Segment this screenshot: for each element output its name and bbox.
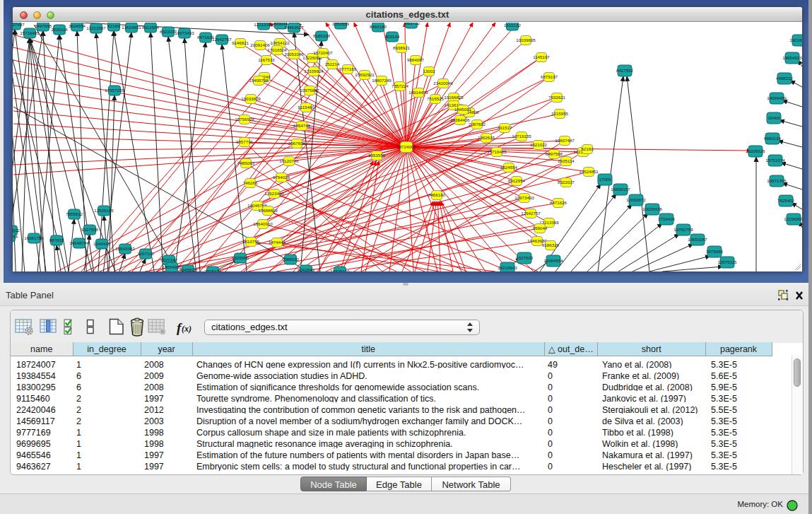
svg-text:7485063: 7485063 — [237, 160, 255, 165]
svg-text:8471626: 8471626 — [550, 200, 567, 205]
svg-text:16033809: 16033809 — [241, 96, 261, 101]
svg-text:8938921: 8938921 — [393, 45, 411, 50]
svg-text:18807249: 18807249 — [372, 78, 392, 83]
svg-text:18724007: 18724007 — [396, 144, 416, 149]
svg-text:1244415: 1244415 — [93, 241, 111, 246]
svg-text:4498222: 4498222 — [776, 76, 794, 81]
svg-text:9794028: 9794028 — [273, 175, 290, 180]
svg-text:18640910: 18640910 — [253, 221, 273, 226]
svg-text:10973493: 10973493 — [175, 30, 194, 35]
svg-text:13325419: 13325419 — [330, 269, 350, 271]
svg-text:10975867: 10975867 — [300, 88, 319, 93]
svg-text:13524851: 13524851 — [579, 169, 599, 174]
svg-text:16210643: 16210643 — [498, 265, 517, 270]
svg-text:19218506: 19218506 — [789, 37, 802, 42]
svg-text:252214: 252214 — [325, 62, 340, 66]
svg-text:9474444: 9474444 — [269, 240, 286, 245]
svg-text:6497568: 6497568 — [35, 23, 52, 28]
svg-text:8322037: 8322037 — [558, 180, 575, 185]
svg-text:10688609: 10688609 — [258, 208, 278, 213]
svg-text:1588520: 1588520 — [282, 257, 300, 262]
svg-text:8186328: 8186328 — [313, 33, 331, 38]
svg-text:7515525: 7515525 — [427, 96, 445, 101]
svg-text:3875685: 3875685 — [706, 249, 724, 254]
svg-text:16782759: 16782759 — [673, 227, 693, 232]
svg-text:1362615: 1362615 — [478, 135, 495, 140]
svg-text:10756928: 10756928 — [235, 117, 254, 122]
svg-text:12213369: 12213369 — [254, 23, 273, 27]
svg-text:3624554: 3624554 — [69, 23, 86, 28]
svg-text:23420046: 23420046 — [433, 81, 453, 86]
svg-text:10025438: 10025438 — [642, 206, 662, 211]
svg-text:10719155: 10719155 — [512, 134, 531, 139]
svg-text:7357224: 7357224 — [392, 83, 409, 88]
svg-text:9857791: 9857791 — [236, 139, 254, 144]
svg-text:15716485: 15716485 — [20, 30, 40, 35]
svg-text:12942757: 12942757 — [212, 37, 232, 42]
svg-text:1615132: 1615132 — [504, 23, 522, 28]
svg-text:15692921: 15692921 — [355, 72, 375, 77]
svg-text:19654923: 19654923 — [782, 55, 802, 60]
svg-text:803144: 803144 — [385, 34, 400, 39]
svg-text:10653287: 10653287 — [688, 237, 707, 242]
svg-text:7632621: 7632621 — [548, 95, 566, 100]
svg-text:16961758: 16961758 — [24, 235, 44, 240]
svg-text:62160: 62160 — [581, 146, 594, 151]
svg-text:9146821: 9146821 — [232, 40, 249, 45]
svg-text:9115460: 9115460 — [298, 105, 314, 110]
svg-text:17957255: 17957255 — [105, 88, 124, 93]
svg-text:8186328: 8186328 — [542, 243, 560, 247]
svg-text:10971355: 10971355 — [767, 178, 787, 183]
svg-text:887833: 887833 — [49, 238, 64, 243]
svg-text:7625402: 7625402 — [777, 198, 795, 203]
svg-text:6879197: 6879197 — [541, 74, 558, 79]
svg-text:1167533: 1167533 — [258, 57, 275, 62]
svg-text:1733426: 1733426 — [658, 216, 676, 221]
svg-text:899044: 899044 — [533, 226, 548, 230]
svg-text:8466160: 8466160 — [370, 24, 387, 29]
svg-text:19384554: 19384554 — [543, 258, 563, 263]
svg-text:2967608: 2967608 — [288, 141, 306, 146]
svg-text:9777169: 9777169 — [339, 66, 357, 71]
svg-text:12942757: 12942757 — [521, 211, 541, 216]
svg-text:62160: 62160 — [107, 23, 120, 28]
svg-text:15716485: 15716485 — [487, 149, 507, 154]
svg-text:13002: 13002 — [423, 69, 435, 74]
svg-text:8813054: 8813054 — [13, 234, 18, 239]
svg-text:20206526: 20206526 — [746, 148, 765, 153]
svg-text:3215955: 3215955 — [551, 111, 569, 116]
svg-text:12923446: 12923446 — [264, 191, 284, 196]
svg-text:12213967: 12213967 — [86, 25, 106, 30]
svg-text:16409: 16409 — [767, 115, 780, 120]
svg-text:15495798: 15495798 — [249, 78, 269, 83]
svg-text:6497568: 6497568 — [546, 151, 563, 156]
svg-text:9684067: 9684067 — [407, 57, 425, 62]
svg-text:3624554: 3624554 — [500, 165, 518, 170]
svg-text:7955812: 7955812 — [66, 211, 83, 216]
svg-text:16914479: 16914479 — [408, 90, 428, 95]
svg-text:1610755: 1610755 — [242, 239, 260, 244]
svg-text:16120746: 16120746 — [279, 158, 299, 163]
svg-text:17006: 17006 — [599, 177, 611, 182]
svg-text:8454749: 8454749 — [293, 123, 311, 128]
svg-text:10039695: 10039695 — [516, 37, 536, 42]
svg-text:9227342: 9227342 — [160, 257, 178, 262]
svg-text:10654122: 10654122 — [270, 40, 290, 45]
svg-text:10807487: 10807487 — [555, 138, 575, 143]
svg-text:1353559: 1353559 — [332, 23, 350, 26]
svg-text:19463627: 19463627 — [284, 25, 304, 30]
svg-text:1845001: 1845001 — [454, 107, 472, 112]
svg-text:1353559: 1353559 — [368, 153, 386, 158]
svg-text:9242843: 9242843 — [298, 267, 315, 271]
svg-text:12156809: 12156809 — [784, 216, 802, 221]
svg-text:9245612: 9245612 — [180, 267, 197, 271]
svg-text:16648784: 16648784 — [69, 240, 89, 245]
svg-text:7863722: 7863722 — [403, 23, 420, 25]
svg-text:2718176: 2718176 — [204, 269, 222, 271]
svg-text:3267110: 3267110 — [137, 251, 154, 256]
svg-text:15720407: 15720407 — [313, 50, 333, 55]
svg-text:13524851: 13524851 — [122, 25, 141, 30]
svg-text:10807487: 10807487 — [13, 23, 25, 27]
svg-text:8660124: 8660124 — [764, 136, 782, 141]
svg-text:2935114: 2935114 — [51, 27, 68, 32]
